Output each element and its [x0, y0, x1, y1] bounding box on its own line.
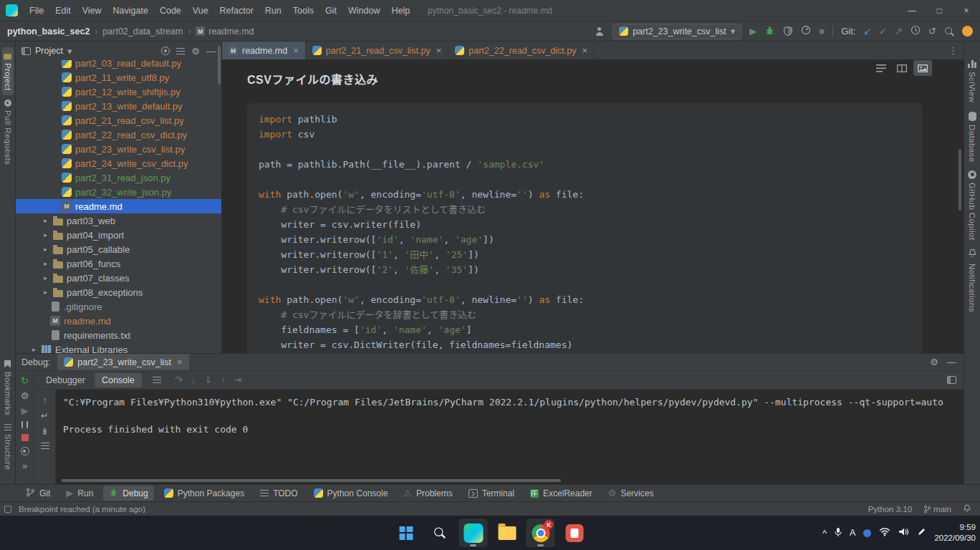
project-view-chevron-icon[interactable]: ▾	[67, 47, 72, 56]
ime-indicator[interactable]: A	[850, 528, 855, 538]
git-branch[interactable]: main	[923, 505, 951, 513]
project-tree-item[interactable]: readme.md	[16, 314, 221, 328]
profiler-button[interactable]	[801, 25, 811, 37]
volume-icon[interactable]	[898, 527, 909, 539]
expand-chevron-icon[interactable]: ▸	[42, 289, 49, 296]
maximize-button[interactable]: □	[926, 0, 953, 21]
sidebar-item-github-copilot[interactable]: GitHub Copilot	[966, 166, 978, 244]
show-editor-and-preview-icon[interactable]	[893, 60, 911, 76]
toolwindow-button-terminal[interactable]: Terminal	[463, 486, 520, 500]
status-message[interactable]: Breakpoint reached (a minute ago)	[19, 505, 145, 513]
step-into-icon[interactable]: ↓	[191, 375, 196, 385]
collapse-all-icon[interactable]	[176, 48, 185, 54]
start-button[interactable]	[392, 518, 421, 547]
sidebar-item-pull-requests[interactable]: Pull Requests	[2, 95, 14, 169]
editor-tab[interactable]: part2_21_read_csv_list.py×	[306, 42, 449, 59]
project-tree-item[interactable]: ▸part03_web	[16, 213, 221, 228]
taskbar-clock[interactable]: 9:59 2022/09/30	[934, 522, 976, 544]
soft-wrap-icon[interactable]: ↵	[41, 411, 49, 420]
panel-settings-gear-icon[interactable]: ⚙	[191, 47, 200, 56]
project-tree-item[interactable]: ▸part07_classes	[16, 271, 221, 285]
microphone-tray-icon[interactable]	[835, 527, 842, 539]
sidebar-item-notifications[interactable]: Notifications	[966, 244, 979, 317]
expand-chevron-icon[interactable]: ▸	[42, 217, 49, 224]
force-step-into-icon[interactable]: ⇓	[204, 375, 212, 385]
menu-window[interactable]: Window	[342, 2, 385, 19]
expand-chevron-icon[interactable]: ▸	[42, 231, 49, 238]
project-tree-item[interactable]: part2_24_write_csv_dict.py	[16, 156, 221, 170]
menu-refactor[interactable]: Refactor	[214, 2, 259, 19]
editor-scrollbar[interactable]	[959, 149, 961, 211]
minimize-button[interactable]: —	[898, 0, 926, 21]
more-actions-icon[interactable]: »	[22, 461, 27, 471]
project-tree-item[interactable]: part2_31_read_json.py	[16, 170, 221, 185]
menu-tools[interactable]: Tools	[287, 2, 320, 19]
show-editor-only-icon[interactable]	[872, 60, 890, 76]
search-everywhere-icon[interactable]	[944, 26, 954, 37]
project-tree-item[interactable]: part2_22_read_csv_dict.py	[16, 127, 221, 142]
scroll-to-end-icon[interactable]: ⇟	[41, 427, 49, 436]
menu-git[interactable]: Git	[320, 2, 342, 19]
user-settings-icon[interactable]	[594, 26, 605, 37]
toolwindow-button-run[interactable]: ▶Run	[60, 486, 99, 500]
toolwindow-button-python-console[interactable]: Python Console	[308, 486, 394, 500]
hidden-icons-chevron[interactable]: ^	[822, 529, 827, 538]
debug-session-tab[interactable]: part2_23_write_csv_list ×	[57, 354, 188, 370]
rerun-button[interactable]: ↻	[21, 376, 29, 385]
pause-button[interactable]	[21, 421, 28, 428]
project-tree-item[interactable]: ▸part04_import	[16, 228, 221, 242]
toolwindow-button-problems[interactable]: ⚠Problems	[398, 486, 458, 500]
project-tree-item[interactable]: part2_23_write_csv_list.py	[16, 142, 221, 156]
breadcrumb-item[interactable]: readme.md	[196, 26, 254, 37]
project-tree-item[interactable]: part2_12_write_shiftjis.py	[16, 85, 221, 99]
stop-button[interactable]: ■	[819, 26, 825, 36]
taskbar-chrome-button[interactable]: K	[527, 518, 555, 547]
restore-layout-icon[interactable]	[947, 376, 956, 384]
close-tab-icon[interactable]: ×	[293, 45, 299, 56]
pen-icon[interactable]	[917, 527, 926, 539]
menu-edit[interactable]: Edit	[49, 2, 77, 19]
run-button[interactable]: ▶	[749, 26, 756, 36]
sidebar-item-project[interactable]: Project	[2, 47, 14, 95]
debug-tab-debugger[interactable]: Debugger	[39, 373, 92, 387]
tool-window-switcher-icon[interactable]	[4, 506, 11, 513]
resume-button[interactable]: ▶	[21, 406, 29, 415]
python-interpreter[interactable]: Python 3.10	[868, 505, 912, 513]
project-tree-item[interactable]: ▸part05_callable	[16, 242, 221, 256]
project-tree-item[interactable]: part2_32_write_json.py	[16, 185, 221, 199]
avatar[interactable]	[962, 26, 973, 37]
taskbar-pycharm-button[interactable]	[459, 518, 488, 547]
close-button[interactable]: ×	[953, 0, 980, 21]
edit-run-config-icon[interactable]: ⚙	[21, 391, 29, 400]
console-horizontal-scrollbar[interactable]	[62, 479, 561, 482]
menu-vue[interactable]: Vue	[187, 2, 214, 19]
project-tree-item[interactable]: ▸part08_exceptions	[16, 285, 221, 299]
editor-tab[interactable]: readme.md×	[222, 42, 306, 59]
editor-tab[interactable]: part2_22_read_csv_dict.py×	[448, 42, 595, 59]
menu-run[interactable]: Run	[259, 2, 287, 19]
coverage-button[interactable]	[783, 26, 793, 37]
layout-options-icon[interactable]	[153, 377, 161, 383]
menu-file[interactable]: File	[24, 2, 49, 19]
debug-button[interactable]	[764, 25, 775, 38]
rollback-button[interactable]: ↺	[928, 26, 936, 36]
expand-chevron-icon[interactable]: ▸	[42, 246, 49, 253]
expand-chevron-icon[interactable]: ▸	[30, 346, 38, 353]
expand-chevron-icon[interactable]: ▸	[42, 274, 49, 281]
locate-file-icon[interactable]	[161, 47, 170, 55]
git-push-button[interactable]: ↗	[895, 26, 903, 36]
close-tab-icon[interactable]: ×	[436, 45, 442, 56]
tab-options-icon[interactable]: ⋮	[948, 45, 958, 56]
project-tree-item[interactable]: ▸part06_funcs	[16, 256, 221, 271]
stop-process-button[interactable]	[21, 434, 29, 441]
project-tree-item[interactable]: part2_21_read_csv_list.py	[16, 113, 221, 127]
menu-code[interactable]: Code	[154, 2, 187, 19]
project-tree-item[interactable]: part2_13_write_default.py	[16, 99, 221, 113]
step-over-icon[interactable]: ↷	[175, 375, 183, 385]
notification-bell-icon[interactable]	[963, 504, 971, 514]
sidebar-item-structure[interactable]: Structure	[2, 420, 14, 474]
expand-chevron-icon[interactable]: ▸	[42, 260, 49, 267]
tray-app-icon[interactable]	[863, 529, 871, 537]
git-update-button[interactable]: ↙	[863, 26, 871, 36]
sidebar-item-database[interactable]: Database	[966, 107, 978, 166]
